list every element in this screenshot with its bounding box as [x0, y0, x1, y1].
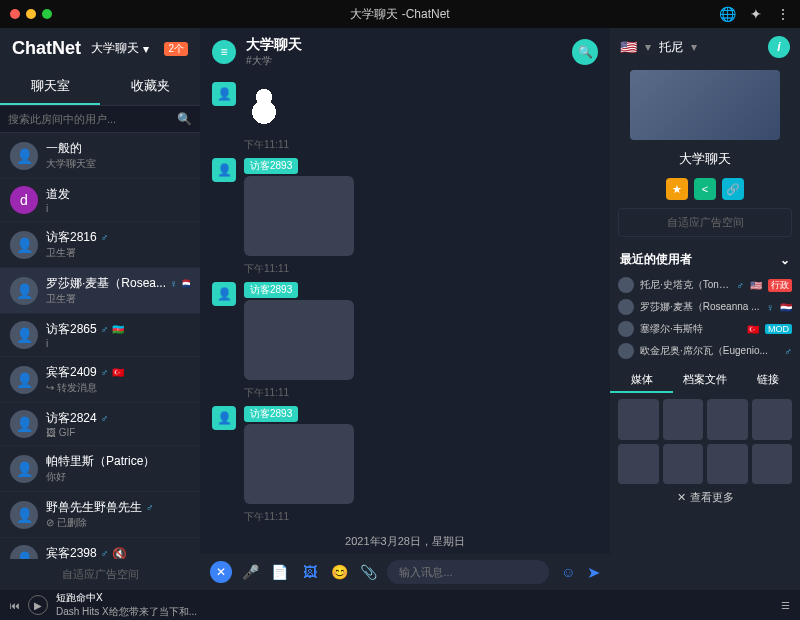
search-icon[interactable]: 🔍 — [177, 112, 192, 126]
playlist-icon[interactable]: ☰ — [781, 600, 790, 611]
user-name: 一般的 — [46, 140, 190, 157]
user-item[interactable]: 👤 访客2824 ♂ 🖼 GIF — [0, 403, 200, 446]
avatar: 👤 — [10, 142, 38, 170]
recent-user-item[interactable]: 托尼·史塔克（Tony Stark） ♂🇺🇸 行政 — [618, 274, 792, 296]
user-name: 托尼·史塔克（Tony Stark） — [640, 278, 731, 292]
user-item[interactable]: 👤 访客2865 ♂ 🇦🇿 i — [0, 314, 200, 357]
message-image[interactable] — [244, 300, 354, 380]
current-user[interactable]: 托尼 — [659, 39, 683, 56]
message-image[interactable] — [244, 176, 354, 256]
message-image[interactable] — [244, 82, 284, 132]
play-button[interactable]: ▶ — [28, 595, 48, 615]
media-thumb[interactable] — [752, 444, 793, 485]
emoji-icon[interactable]: ☺ — [557, 561, 579, 583]
message-time: 下午11:11 — [244, 262, 598, 276]
mod-badge: MOD — [765, 324, 792, 334]
user-name: 访客2816 ♂ — [46, 229, 190, 246]
media-thumb[interactable] — [618, 399, 659, 440]
message-input[interactable] — [387, 560, 549, 584]
avatar — [618, 343, 634, 359]
file-icon[interactable]: 📄 — [269, 561, 291, 583]
user-subtitle: 你好 — [46, 470, 190, 484]
user-item[interactable]: 👤 帕特里斯（Patrice） 你好 — [0, 446, 200, 492]
user-item[interactable]: 👤 宾客2409 ♂ 🇹🇷 ↪ 转发消息 — [0, 357, 200, 403]
star-button[interactable]: ★ — [666, 178, 688, 200]
recent-user-item[interactable]: 欧金尼奥·席尔瓦（Eugenio... ♂ — [618, 340, 792, 362]
chat-search-button[interactable]: 🔍 — [572, 39, 598, 65]
user-subtitle: 卫生署 — [46, 246, 190, 260]
user-subtitle: 🖼 GIF — [46, 427, 190, 438]
composer: ✕ 🎤 📄 🖼 😊 📎 ☺ ➤ — [200, 554, 610, 590]
user-item[interactable]: 👤 野兽先生野兽先生 ♂ ⊘ 已删除 — [0, 492, 200, 538]
user-subtitle: 大学聊天室 — [46, 157, 190, 171]
tab-files[interactable]: 档案文件 — [673, 368, 736, 393]
image-icon[interactable]: 🖼 — [299, 561, 321, 583]
message-row: 👤 访客2893 — [212, 158, 598, 256]
link-button[interactable]: 🔗 — [722, 178, 744, 200]
prev-track-button[interactable]: ⏮ — [10, 600, 20, 611]
room-image — [630, 70, 780, 140]
close-attachment-button[interactable]: ✕ — [210, 561, 232, 583]
info-panel: 🇺🇸 ▾ 托尼 ▾ i 大学聊天 ★ < 🔗 自适应广告空间 最近的使用者 ⌄ … — [610, 28, 800, 590]
user-item[interactable]: 👤 罗莎娜·麦基（Rosea... ♀ 🇳🇱 卫生署 — [0, 268, 200, 314]
user-subtitle: ⊘ 已删除 — [46, 516, 190, 530]
see-more-button[interactable]: ✕ 查看更多 — [610, 484, 800, 511]
user-search-input[interactable] — [8, 113, 177, 125]
recent-users-section[interactable]: 最近的使用者 ⌄ — [610, 245, 800, 274]
media-thumb[interactable] — [707, 399, 748, 440]
media-thumb[interactable] — [663, 399, 704, 440]
user-subtitle: 卫生署 — [46, 292, 190, 306]
media-thumb[interactable] — [618, 444, 659, 485]
send-button[interactable]: ➤ — [587, 563, 600, 582]
user-subtitle: i — [46, 338, 190, 349]
user-name: 塞缪尔·韦斯特 — [640, 322, 741, 336]
message-row: 👤 — [212, 82, 598, 132]
info-button[interactable]: i — [768, 36, 790, 58]
tab-media[interactable]: 媒体 — [610, 368, 673, 393]
window-title: 大学聊天 -ChatNet — [0, 6, 800, 23]
chevron-down-icon: ▾ — [143, 42, 149, 56]
message-row: 👤 访客2893 — [212, 282, 598, 380]
user-name: 道发 — [46, 186, 190, 203]
tab-links[interactable]: 链接 — [737, 368, 800, 393]
user-item[interactable]: d 道发 i — [0, 179, 200, 222]
recent-user-item[interactable]: 罗莎娜·麦基（Roseanna ... ♀🇳🇱 — [618, 296, 792, 318]
mic-icon[interactable]: 🎤 — [240, 561, 262, 583]
user-name: 访客2865 ♂ 🇦🇿 — [46, 321, 190, 338]
chevron-down-icon: ▾ — [645, 40, 651, 54]
recent-user-item[interactable]: 塞缪尔·韦斯特 🇹🇷 MOD — [618, 318, 792, 340]
track-title: 短跑命中X — [56, 591, 773, 605]
user-list: 👤 一般的 大学聊天室d 道发 i👤 访客2816 ♂ 卫生署👤 罗莎娜·麦基（… — [0, 133, 200, 559]
user-name: 帕特里斯（Patrice） — [46, 453, 190, 470]
avatar: 👤 — [10, 410, 38, 438]
room-selector[interactable]: 大学聊天 ▾ — [91, 40, 149, 57]
panel-ad: 自适应广告空间 — [618, 208, 792, 237]
sticker-icon[interactable]: 😊 — [328, 561, 350, 583]
room-name: 大学聊天 — [610, 150, 800, 168]
media-thumb[interactable] — [707, 444, 748, 485]
media-grid — [610, 399, 800, 484]
media-thumb[interactable] — [663, 444, 704, 485]
user-name: 欧金尼奥·席尔瓦（Eugenio... — [640, 344, 779, 358]
message-avatar: 👤 — [212, 282, 236, 306]
user-name: 罗莎娜·麦基（Rosea... ♀ 🇳🇱 — [46, 275, 190, 292]
media-thumb[interactable] — [752, 399, 793, 440]
tab-favorites[interactable]: 收藏夹 — [100, 69, 200, 105]
message-author: 访客2893 — [244, 406, 298, 422]
chevron-down-icon: ⌄ — [780, 253, 790, 267]
avatar: d — [10, 186, 38, 214]
avatar: 👤 — [10, 277, 38, 305]
language-flag[interactable]: 🇺🇸 — [620, 39, 637, 55]
chevron-down-icon: ▾ — [691, 40, 697, 54]
hamburger-button[interactable]: ≡ — [212, 40, 236, 64]
sidebar: ChatNet 大学聊天 ▾ 2个 聊天室 收藏夹 🔍 👤 一般的 大学聊天室d… — [0, 28, 200, 590]
message-author: 访客2893 — [244, 282, 298, 298]
track-subtitle: Dash Hits X给您带来了当下和... — [56, 605, 773, 619]
user-item[interactable]: 👤 访客2816 ♂ 卫生署 — [0, 222, 200, 268]
tab-chatroom[interactable]: 聊天室 — [0, 69, 100, 105]
user-item[interactable]: 👤 一般的 大学聊天室 — [0, 133, 200, 179]
share-button[interactable]: < — [694, 178, 716, 200]
user-item[interactable]: 👤 宾客2398 ♂ 🔇 🖼 GIF — [0, 538, 200, 559]
attach-icon[interactable]: 📎 — [358, 561, 380, 583]
message-image[interactable] — [244, 424, 354, 504]
